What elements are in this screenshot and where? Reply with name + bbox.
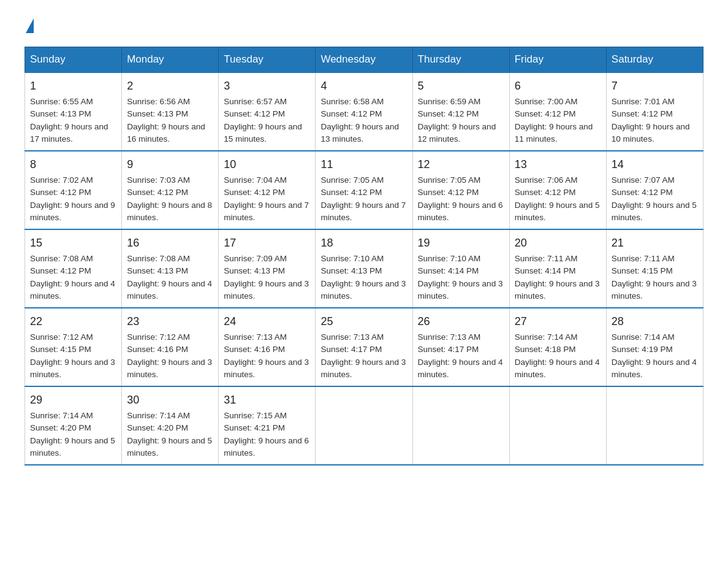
day-number: 24 — [224, 313, 310, 330]
day-header-tuesday: Tuesday — [219, 47, 316, 73]
day-number: 23 — [127, 313, 213, 330]
calendar-header-row: SundayMondayTuesdayWednesdayThursdayFrid… — [25, 47, 703, 73]
day-header-wednesday: Wednesday — [316, 47, 412, 73]
calendar-cell: 6Sunrise: 7:00 AMSunset: 4:12 PMDaylight… — [509, 72, 606, 151]
calendar-cell — [606, 386, 703, 465]
calendar-cell: 13Sunrise: 7:06 AMSunset: 4:12 PMDayligh… — [509, 151, 606, 229]
day-header-thursday: Thursday — [412, 47, 509, 73]
calendar-cell: 24Sunrise: 7:13 AMSunset: 4:16 PMDayligh… — [219, 308, 316, 386]
week-row-1: 1Sunrise: 6:55 AMSunset: 4:13 PMDaylight… — [25, 72, 703, 151]
calendar-cell: 15Sunrise: 7:08 AMSunset: 4:12 PMDayligh… — [25, 229, 122, 308]
calendar-cell: 26Sunrise: 7:13 AMSunset: 4:17 PMDayligh… — [412, 308, 509, 386]
calendar-cell — [509, 386, 606, 465]
day-number: 10 — [224, 156, 310, 173]
day-number: 14 — [612, 156, 698, 173]
week-row-5: 29Sunrise: 7:14 AMSunset: 4:20 PMDayligh… — [25, 386, 703, 465]
day-header-friday: Friday — [509, 47, 606, 73]
week-row-4: 22Sunrise: 7:12 AMSunset: 4:15 PMDayligh… — [25, 308, 703, 386]
day-number: 12 — [418, 156, 504, 173]
calendar-cell: 31Sunrise: 7:15 AMSunset: 4:21 PMDayligh… — [219, 386, 316, 465]
day-header-sunday: Sunday — [25, 47, 122, 73]
day-number: 4 — [320, 78, 407, 94]
day-number: 30 — [127, 392, 213, 408]
calendar-cell: 23Sunrise: 7:12 AMSunset: 4:16 PMDayligh… — [122, 308, 219, 386]
calendar-cell: 29Sunrise: 7:14 AMSunset: 4:20 PMDayligh… — [25, 386, 122, 465]
day-number: 20 — [515, 235, 601, 251]
day-number: 8 — [30, 156, 116, 173]
calendar-cell: 8Sunrise: 7:02 AMSunset: 4:12 PMDaylight… — [25, 151, 122, 229]
day-number: 19 — [418, 235, 504, 251]
day-number: 21 — [612, 235, 698, 251]
calendar-cell: 30Sunrise: 7:14 AMSunset: 4:20 PMDayligh… — [122, 386, 219, 465]
day-number: 26 — [418, 313, 504, 330]
day-number: 9 — [127, 156, 213, 173]
calendar-cell: 27Sunrise: 7:14 AMSunset: 4:18 PMDayligh… — [509, 308, 606, 386]
day-number: 27 — [515, 313, 601, 330]
calendar-cell: 25Sunrise: 7:13 AMSunset: 4:17 PMDayligh… — [316, 308, 412, 386]
calendar-cell: 5Sunrise: 6:59 AMSunset: 4:12 PMDaylight… — [412, 72, 509, 151]
calendar-cell: 16Sunrise: 7:08 AMSunset: 4:13 PMDayligh… — [122, 229, 219, 308]
day-header-monday: Monday — [122, 47, 219, 73]
day-number: 6 — [515, 78, 601, 94]
calendar-cell: 22Sunrise: 7:12 AMSunset: 4:15 PMDayligh… — [25, 308, 122, 386]
calendar-cell: 7Sunrise: 7:01 AMSunset: 4:12 PMDaylight… — [606, 72, 703, 151]
day-number: 13 — [515, 156, 601, 173]
day-number: 31 — [224, 392, 310, 408]
week-row-2: 8Sunrise: 7:02 AMSunset: 4:12 PMDaylight… — [25, 151, 703, 229]
calendar-cell: 17Sunrise: 7:09 AMSunset: 4:13 PMDayligh… — [219, 229, 316, 308]
day-number: 29 — [30, 392, 116, 408]
day-header-saturday: Saturday — [606, 47, 703, 73]
calendar-cell — [412, 386, 509, 465]
day-number: 2 — [127, 78, 213, 94]
calendar-cell: 20Sunrise: 7:11 AMSunset: 4:14 PMDayligh… — [509, 229, 606, 308]
calendar-cell: 1Sunrise: 6:55 AMSunset: 4:13 PMDaylight… — [25, 72, 122, 151]
day-number: 5 — [418, 78, 504, 94]
calendar-cell: 4Sunrise: 6:58 AMSunset: 4:12 PMDaylight… — [316, 72, 412, 151]
day-number: 15 — [30, 235, 116, 251]
page-header — [25, 18, 703, 34]
day-number: 18 — [320, 235, 407, 251]
calendar-cell: 28Sunrise: 7:14 AMSunset: 4:19 PMDayligh… — [606, 308, 703, 386]
week-row-3: 15Sunrise: 7:08 AMSunset: 4:12 PMDayligh… — [25, 229, 703, 308]
day-number: 28 — [612, 313, 698, 330]
calendar-cell: 10Sunrise: 7:04 AMSunset: 4:12 PMDayligh… — [219, 151, 316, 229]
calendar-cell — [316, 386, 412, 465]
calendar-cell: 2Sunrise: 6:56 AMSunset: 4:13 PMDaylight… — [122, 72, 219, 151]
day-number: 11 — [320, 156, 407, 173]
calendar-cell: 18Sunrise: 7:10 AMSunset: 4:13 PMDayligh… — [316, 229, 412, 308]
calendar-cell: 19Sunrise: 7:10 AMSunset: 4:14 PMDayligh… — [412, 229, 509, 308]
day-number: 17 — [224, 235, 310, 251]
calendar-cell: 14Sunrise: 7:07 AMSunset: 4:12 PMDayligh… — [606, 151, 703, 229]
day-number: 22 — [30, 313, 116, 330]
calendar-cell: 12Sunrise: 7:05 AMSunset: 4:12 PMDayligh… — [412, 151, 509, 229]
logo — [25, 18, 34, 34]
calendar-cell: 21Sunrise: 7:11 AMSunset: 4:15 PMDayligh… — [606, 229, 703, 308]
calendar-cell: 11Sunrise: 7:05 AMSunset: 4:12 PMDayligh… — [316, 151, 412, 229]
calendar-cell: 3Sunrise: 6:57 AMSunset: 4:12 PMDaylight… — [219, 72, 316, 151]
day-number: 25 — [320, 313, 407, 330]
day-number: 3 — [224, 78, 310, 94]
calendar-cell: 9Sunrise: 7:03 AMSunset: 4:12 PMDaylight… — [122, 151, 219, 229]
day-number: 7 — [612, 78, 698, 94]
day-number: 1 — [30, 78, 116, 94]
day-number: 16 — [127, 235, 213, 251]
calendar-table: SundayMondayTuesdayWednesdayThursdayFrid… — [25, 47, 703, 465]
